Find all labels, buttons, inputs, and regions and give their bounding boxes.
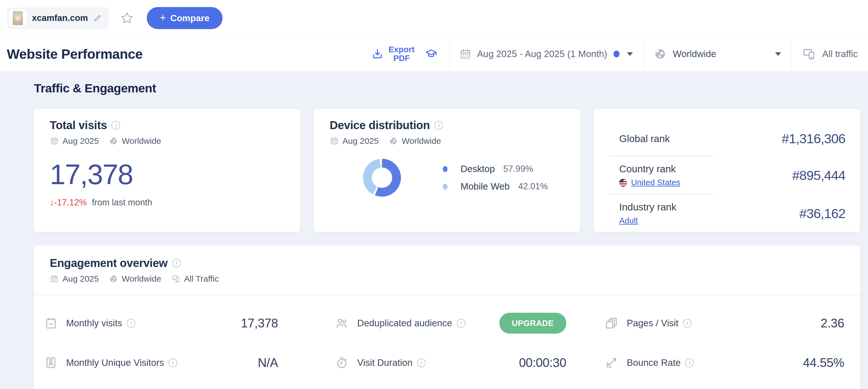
global-rank-row: Global rank #1,316,306 (619, 117, 845, 156)
devices-icon (171, 274, 180, 283)
favorite-star-icon[interactable] (120, 11, 134, 25)
devices-icon (802, 47, 816, 61)
device-distribution-card: Device distribution Aug 2025 Worldwide (314, 109, 580, 232)
compare-button[interactable]: + Compare (147, 7, 222, 29)
legend-item-mobile-web: Mobile Web 42.01% (443, 181, 548, 192)
engagement-overview-card: Engagement overview Aug 2025 Worldwide (34, 246, 860, 389)
total-visits-card: Total visits Aug 2025 Worldwide 17,37 (34, 109, 300, 232)
export-label-line1: Export (389, 45, 414, 54)
metric-monthly-unique-visitors: Monthly Unique Visitors N/A (44, 343, 311, 383)
engagement-traffic: All Traffic (184, 274, 219, 284)
metric-pages-per-visit: Pages / Visit 2.36 (578, 303, 844, 343)
page-title: Website Performance (0, 46, 143, 62)
traffic-type-value: All traffic (822, 48, 858, 59)
legend-dot (443, 166, 447, 172)
info-icon[interactable] (172, 259, 181, 267)
globe-icon (109, 136, 118, 145)
region-selector[interactable]: Worldwide (644, 36, 792, 71)
card-region: Worldwide (402, 136, 441, 146)
info-icon[interactable] (417, 358, 426, 367)
card-title: Total visits (50, 119, 107, 132)
top-bar: xcamfan.com + Compare (0, 0, 868, 36)
learn-graduation-cap-icon[interactable] (425, 47, 438, 60)
edit-icon[interactable] (93, 13, 102, 23)
bounce-arrow-icon (605, 356, 618, 369)
compare-label: Compare (170, 13, 210, 24)
info-icon[interactable] (127, 319, 135, 328)
calendar-icon (330, 136, 339, 145)
calendar-icon (460, 48, 471, 60)
legend-item-desktop: Desktop 57.99% (443, 164, 548, 174)
info-icon[interactable] (685, 358, 694, 367)
site-favicon (9, 9, 27, 27)
traffic-type-selector[interactable]: All traffic (792, 36, 868, 71)
calendar-icon (44, 316, 58, 330)
pages-icon (605, 316, 618, 330)
domain-name: xcamfan.com (32, 13, 88, 23)
date-status-dot (614, 51, 619, 57)
globe-icon (654, 47, 667, 60)
info-icon[interactable] (457, 319, 465, 328)
industry-link[interactable]: Adult (619, 216, 676, 225)
industry-rank-row: Industry rank Adult #36,162 (619, 195, 845, 232)
info-icon[interactable] (434, 121, 443, 130)
visitor-badge-icon (44, 356, 58, 369)
date-range-value: Aug 2025 - Aug 2025 (1 Month) (477, 48, 607, 59)
us-flag-icon (619, 179, 627, 187)
info-icon[interactable] (683, 319, 691, 328)
engagement-title: Engagement overview (50, 257, 168, 269)
section-title: Traffic & Engagement (34, 72, 860, 95)
calendar-icon (50, 136, 59, 145)
card-date: Aug 2025 (62, 136, 99, 146)
calendar-icon (50, 274, 59, 283)
rank-card: Global rank #1,316,306 Country rank Unit… (594, 109, 860, 232)
region-value: Worldwide (673, 48, 716, 59)
globe-icon (389, 136, 398, 145)
country-rank-row: Country rank United States #895,444 (619, 157, 845, 194)
date-range-selector[interactable]: Aug 2025 - Aug 2025 (1 Month) (449, 36, 643, 71)
metric-bounce-rate: Bounce Rate 44.55% (578, 343, 844, 383)
metric-monthly-visits: Monthly visits 17,378 (44, 303, 311, 343)
export-pdf-button[interactable]: Export PDF (371, 45, 414, 63)
legend-dot (443, 184, 447, 190)
chevron-down-icon (775, 52, 781, 56)
card-title: Device distribution (330, 119, 430, 132)
card-date: Aug 2025 (342, 136, 379, 146)
download-icon (371, 47, 384, 60)
info-icon[interactable] (112, 121, 120, 130)
engagement-date: Aug 2025 (62, 274, 99, 284)
globe-icon (109, 274, 118, 283)
engagement-region: Worldwide (122, 274, 161, 284)
metric-deduplicated-audience: Deduplicated audience UPGRADE (311, 303, 577, 343)
info-icon[interactable] (168, 358, 177, 367)
total-visits-value: 17,378 (50, 158, 285, 191)
upgrade-button[interactable]: UPGRADE (499, 313, 566, 334)
device-donut (363, 159, 401, 197)
change-suffix: from last month (92, 197, 152, 208)
audience-icon (335, 316, 349, 330)
metric-visit-duration: Visit Duration 00:00:30 (311, 343, 577, 383)
card-region: Worldwide (122, 136, 161, 146)
change-value: ↓-17.12% (50, 197, 87, 208)
country-link[interactable]: United States (631, 178, 680, 187)
export-label-line2: PDF (389, 54, 414, 63)
page-header: Website Performance Export PDF Aug (0, 36, 868, 72)
stopwatch-icon (335, 356, 349, 369)
domain-chip[interactable]: xcamfan.com (7, 7, 109, 29)
plus-icon: + (160, 12, 166, 24)
chevron-down-icon (627, 52, 633, 56)
arrow-down-icon: ↓ (50, 197, 54, 207)
